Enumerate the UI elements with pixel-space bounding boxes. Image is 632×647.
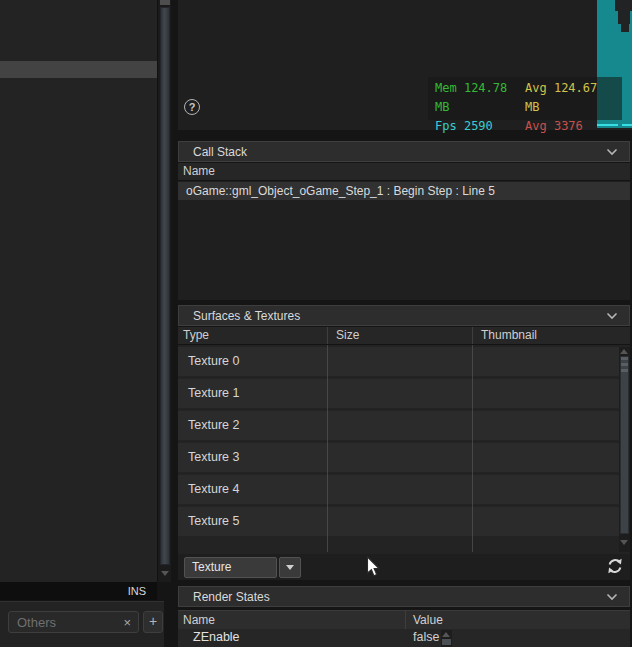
dropdown-arrow-button[interactable]: [279, 557, 301, 578]
table-row[interactable]: Texture 4: [178, 475, 619, 504]
insert-mode-indicator: INS: [128, 585, 146, 597]
graph-dip: [621, 24, 629, 32]
render-states-header[interactable]: Render States: [178, 586, 630, 607]
filter-input-box[interactable]: ×: [8, 611, 139, 633]
fps-stat: Fps 2590: [435, 117, 525, 136]
editor-scrollbar-thumb[interactable]: [160, 7, 170, 565]
column-size[interactable]: Size: [327, 327, 472, 344]
render-states-scrollbar-thumb[interactable]: [442, 639, 451, 645]
filter-input[interactable]: [9, 615, 119, 630]
scroll-up-icon[interactable]: [442, 632, 450, 637]
surfaces-table: Texture 0 Texture 1 Texture 2 Texture 3 …: [178, 345, 630, 554]
editor-vertical-scrollbar[interactable]: [157, 0, 171, 582]
avg-mem-stat: Avg 124.67 MB: [525, 79, 615, 117]
editor-highlighted-line: [0, 61, 157, 78]
table-row[interactable]: Texture 1: [178, 379, 619, 408]
call-stack-frame[interactable]: oGame::gml_Object_oGame_Step_1 : Begin S…: [178, 182, 630, 200]
add-watch-button[interactable]: +: [143, 611, 163, 633]
editor-status-bar: INS: [0, 582, 157, 600]
refresh-button[interactable]: [606, 557, 624, 575]
surfaces-textures-title: Surfaces & Textures: [193, 309, 300, 323]
column-divider: [472, 345, 473, 552]
scrollbar-grip: [621, 357, 628, 373]
call-stack-column-name[interactable]: Name: [178, 163, 630, 181]
scrollbar-top-cap: [160, 0, 170, 5]
scroll-down-icon[interactable]: [161, 571, 169, 576]
scroll-down-icon[interactable]: [620, 540, 628, 545]
profiler-graph-panel: Mem 124.78 MB Avg 124.67 MB Fps 2590 Avg…: [178, 0, 632, 130]
column-name[interactable]: Name: [178, 611, 405, 629]
table-row[interactable]: Texture 0: [178, 347, 619, 376]
chevron-down-icon[interactable]: [606, 148, 618, 156]
table-row[interactable]: Texture 3: [178, 443, 619, 472]
column-value[interactable]: Value: [405, 611, 630, 629]
render-states-column-headers: Name Value: [178, 610, 630, 629]
texture-type-dropdown[interactable]: Texture: [184, 557, 277, 578]
texture-toolbar: Texture: [178, 554, 630, 580]
table-row[interactable]: Texture 2: [178, 411, 619, 440]
avg-fps-stat: Avg 3376: [525, 117, 615, 136]
scroll-up-icon[interactable]: [620, 349, 628, 354]
column-thumbnail[interactable]: Thumbnail: [472, 327, 619, 344]
chevron-down-icon[interactable]: [606, 312, 618, 320]
chevron-down-icon[interactable]: [606, 593, 618, 601]
surfaces-scrollbar[interactable]: [619, 347, 630, 552]
mouse-cursor: [366, 556, 382, 578]
surfaces-column-headers: Type Size Thumbnail: [178, 327, 630, 345]
graph-baseline: [622, 124, 632, 126]
mem-stat: Mem 124.78 MB: [435, 79, 525, 117]
surfaces-textures-header[interactable]: Surfaces & Textures: [178, 305, 630, 326]
chevron-down-icon: [286, 565, 294, 570]
render-state-name[interactable]: ZEnable: [178, 629, 405, 647]
surfaces-scrollbar-thumb[interactable]: [620, 356, 629, 534]
render-states-title: Render States: [193, 590, 270, 604]
debugger-window: INS × + Mem 124.78 MB Avg 124.67 MB Fps …: [0, 0, 632, 647]
graph-dip: [615, 0, 632, 11]
code-editor-pane[interactable]: [0, 0, 157, 582]
column-divider: [327, 345, 328, 552]
watch-filter-panel: × +: [0, 601, 164, 647]
call-stack-title: Call Stack: [193, 145, 247, 159]
render-states-scrollbar[interactable]: [441, 630, 452, 647]
performance-stats-overlay: Mem 124.78 MB Avg 124.67 MB Fps 2590 Avg…: [428, 77, 622, 120]
call-stack-list: oGame::gml_Object_oGame_Step_1 : Begin S…: [178, 181, 630, 300]
render-state-value[interactable]: false: [405, 629, 630, 647]
graph-dip: [618, 11, 630, 24]
call-stack-header[interactable]: Call Stack: [178, 141, 630, 162]
table-row[interactable]: Texture 5: [178, 507, 619, 536]
render-states-table: ZEnable false: [178, 629, 630, 647]
help-icon[interactable]: ?: [184, 99, 200, 115]
clear-filter-icon[interactable]: ×: [119, 615, 138, 630]
column-type[interactable]: Type: [178, 327, 327, 344]
